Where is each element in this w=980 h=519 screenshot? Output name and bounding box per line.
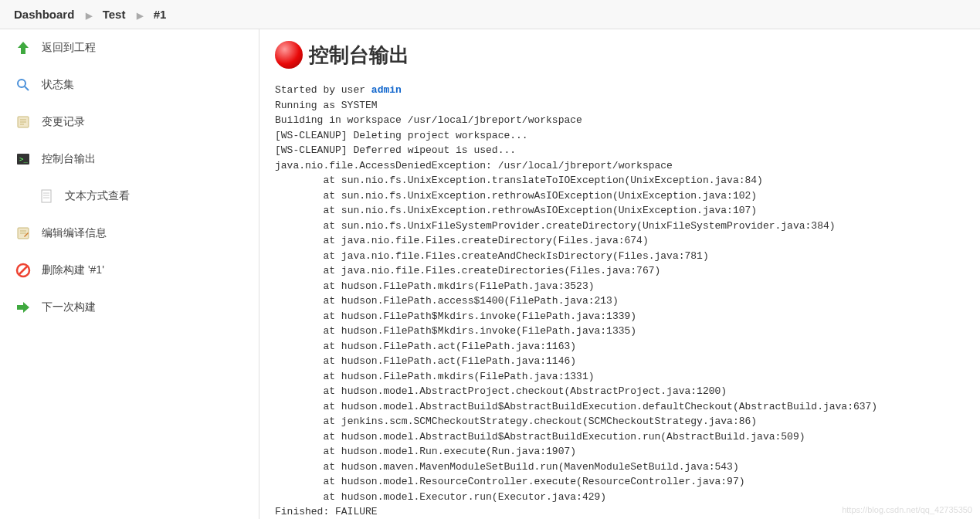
breadcrumb-build[interactable]: #1 — [154, 8, 167, 21]
sidebar-item-label: 下一次构建 — [42, 300, 96, 314]
svg-point-0 — [18, 80, 25, 87]
console-line: at hudson.FilePath.mkdirs(FilePath.java:… — [275, 279, 965, 294]
console-line: at sun.nio.fs.UnixFileSystemProvider.cre… — [275, 219, 965, 234]
document-icon — [37, 187, 56, 205]
console-line: at hudson.model.ResourceController.execu… — [275, 474, 965, 490]
console-line: at sun.nio.fs.UnixException.rethrowAsIOE… — [275, 188, 965, 204]
notepad-icon — [14, 224, 32, 243]
console-line: at hudson.model.AbstractProject.checkout… — [275, 384, 965, 399]
console-line: Running as SYSTEM — [275, 98, 965, 114]
console-line: at hudson.FilePath.access$1400(FilePath.… — [275, 293, 965, 309]
sidebar-item-label: 删除构建 '#1' — [42, 263, 104, 277]
sidebar-item-label: 返回到工程 — [42, 41, 96, 55]
console-line: [WS-CLEANUP] Deleting project workspace.… — [275, 128, 965, 144]
page-title: 控制台输出 — [275, 41, 965, 69]
sidebar-item-label: 变更记录 — [42, 115, 85, 129]
console-line: at hudson.model.Executor.run(Executor.ja… — [275, 490, 965, 505]
console-user-link[interactable]: admin — [371, 84, 402, 96]
breadcrumb-dashboard[interactable]: Dashboard — [14, 8, 74, 21]
console-output: Started by user adminRunning as SYSTEMBu… — [275, 83, 965, 519]
sidebar-item-view-as-text[interactable]: 文本方式查看 — [0, 178, 259, 215]
console-line: at hudson.model.Run.execute(Run.java:190… — [275, 444, 965, 460]
sidebar-item-console-output[interactable]: >_ 控制台输出 — [0, 141, 259, 178]
svg-line-1 — [25, 86, 29, 90]
console-line: at hudson.FilePath$Mkdirs.invoke(FilePat… — [275, 324, 965, 339]
terminal-icon: >_ — [14, 150, 32, 168]
console-line: at hudson.maven.MavenModuleSetBuild.run(… — [275, 460, 965, 475]
search-icon — [14, 76, 32, 94]
chevron-right-icon: ▶ — [86, 11, 92, 20]
notepad-icon — [14, 113, 32, 131]
console-line: at hudson.FilePath$Mkdirs.invoke(FilePat… — [275, 309, 965, 324]
console-line: at java.nio.file.Files.createDirectory(F… — [275, 233, 965, 249]
page-title-text: 控制台输出 — [309, 42, 409, 69]
console-line: at hudson.FilePath.act(FilePath.java:114… — [275, 354, 965, 369]
console-line: Started by user admin — [275, 83, 965, 98]
console-line: at sun.nio.fs.UnixException.rethrowAsIOE… — [275, 203, 965, 219]
console-line: at hudson.FilePath.act(FilePath.java:116… — [275, 339, 965, 354]
sidebar-item-back-to-project[interactable]: 返回到工程 — [0, 29, 259, 66]
console-line: at java.nio.file.Files.createDirectories… — [275, 263, 965, 279]
sidebar-item-label: 文本方式查看 — [65, 189, 130, 203]
console-line: at hudson.model.AbstractBuild$AbstractBu… — [275, 429, 965, 445]
main-content: 控制台输出 Started by user adminRunning as SY… — [259, 29, 980, 519]
sidebar-item-changes[interactable]: 变更记录 — [0, 103, 259, 141]
delete-icon — [14, 261, 32, 280]
sidebar-item-next-build[interactable]: 下一次构建 — [0, 289, 259, 326]
breadcrumb-project[interactable]: Test — [103, 8, 126, 21]
console-line: at jenkins.scm.SCMCheckoutStrategy.check… — [275, 414, 965, 429]
console-line: at sun.nio.fs.UnixException.translateToI… — [275, 173, 965, 188]
sidebar-item-edit-build-info[interactable]: 编辑编译信息 — [0, 215, 259, 252]
breadcrumb: Dashboard ▶ Test ▶ #1 — [0, 0, 980, 29]
svg-line-16 — [19, 266, 27, 274]
up-arrow-icon — [14, 39, 32, 57]
console-line: [WS-CLEANUP] Deferred wipeout is used... — [275, 143, 965, 158]
right-arrow-icon — [14, 298, 32, 317]
svg-text:>_: >_ — [19, 155, 28, 163]
sidebar-item-status[interactable]: 状态集 — [0, 66, 259, 103]
console-line: Building in workspace /usr/local/jbrepor… — [275, 113, 965, 128]
sidebar-item-label: 编辑编译信息 — [42, 226, 107, 240]
chevron-right-icon: ▶ — [137, 11, 143, 20]
svg-rect-8 — [42, 190, 51, 202]
sidebar: 返回到工程 状态集 变更记录 >_ 控制台输出 文本方式查看 — [0, 29, 259, 519]
console-line: at hudson.model.AbstractBuild$AbstractBu… — [275, 399, 965, 415]
status-ball-icon — [275, 41, 303, 69]
sidebar-item-label: 状态集 — [42, 78, 74, 92]
watermark: https://blog.csdn.net/qq_42735350 — [842, 505, 972, 514]
console-line: at hudson.FilePath.mkdirs(FilePath.java:… — [275, 369, 965, 385]
sidebar-item-label: 控制台输出 — [42, 152, 96, 166]
console-line: java.nio.file.AccessDeniedException: /us… — [275, 158, 965, 174]
sidebar-item-delete-build[interactable]: 删除构建 '#1' — [0, 252, 259, 289]
console-line: at java.nio.file.Files.createAndCheckIsD… — [275, 249, 965, 264]
